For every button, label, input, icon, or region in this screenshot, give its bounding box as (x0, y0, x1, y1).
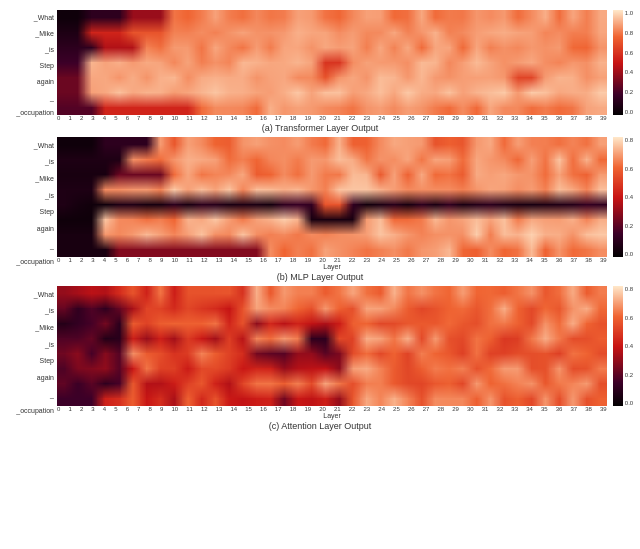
y-label: again (37, 374, 54, 381)
y-label: Step (40, 357, 54, 364)
y-label: _Mike (35, 30, 54, 37)
caption-attention: (c) Attention Layer Output (269, 421, 372, 431)
colorbar-attention: 0.8 0.6 0.4 0.2 0.0 (611, 286, 635, 419)
y-label: Step (40, 208, 54, 215)
x-axis-label-mlp: Layer (57, 263, 607, 270)
y-label: _Mike (35, 175, 54, 182)
caption-mlp: (b) MLP Layer Output (277, 272, 363, 282)
panel-attention: _What _is _Mike _is Step again _ _occupa… (5, 286, 635, 431)
y-label: again (37, 225, 54, 232)
y-label: _Mike (35, 324, 54, 331)
colorbar-transformer: 1.0 0.8 0.6 0.4 0.2 0.0 (611, 10, 635, 121)
figure-container: _What _Mike _is Step again _ _occupation… (5, 10, 635, 431)
y-labels-transformer: _What _Mike _is Step again _ _occupation (5, 10, 57, 121)
y-label: _What (34, 291, 54, 298)
y-label: again (37, 78, 54, 85)
y-label: _is (45, 341, 54, 348)
y-label: Step (40, 62, 54, 69)
panel-transformer: _What _Mike _is Step again _ _occupation… (5, 10, 635, 133)
caption-transformer: (a) Transformer Layer Output (262, 123, 379, 133)
y-label: _ (50, 94, 54, 101)
heatmap-mlp: 0 1 2 3 4 5 6 7 8 9 10 11 12 13 (57, 137, 607, 270)
y-label: _ (50, 242, 54, 249)
heatmap-attention: 0 1 2 3 4 5 6 7 8 9 10 11 12 13 (57, 286, 607, 419)
y-label: _What (34, 14, 54, 21)
y-label: _What (34, 142, 54, 149)
x-axis-label-attention: Layer (57, 412, 607, 419)
panel-mlp: _What _is _Mike _is Step again _ _occupa… (5, 137, 635, 282)
heatmap-transformer: 0 1 2 3 4 5 6 7 8 9 10 11 12 13 (57, 10, 607, 121)
y-label: _occupation (16, 407, 54, 414)
y-label: _occupation (16, 109, 54, 116)
y-label: _is (45, 307, 54, 314)
colorbar-mlp: 0.8 0.6 0.4 0.2 0.0 (611, 137, 635, 270)
y-labels-attention: _What _is _Mike _is Step again _ _occupa… (5, 286, 57, 419)
y-labels-mlp: _What _is _Mike _is Step again _ _occupa… (5, 137, 57, 270)
y-label: _is (45, 192, 54, 199)
y-label: _ (50, 391, 54, 398)
y-label: _is (45, 46, 54, 53)
x-axis-transformer: 0 1 2 3 4 5 6 7 8 9 10 11 12 13 (57, 115, 607, 121)
y-label: _occupation (16, 258, 54, 265)
y-label: _is (45, 158, 54, 165)
